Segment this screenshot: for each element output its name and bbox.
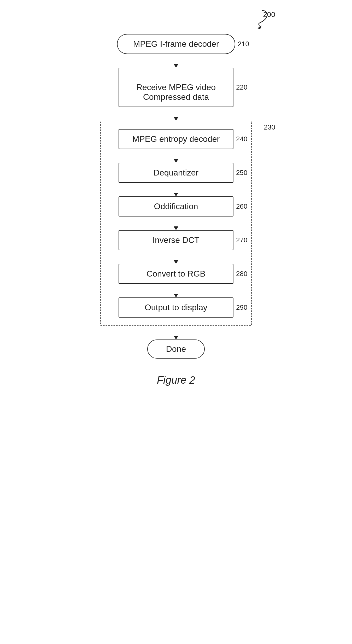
arrow-idct-to-rgb [174, 250, 178, 264]
arrow-rgb-to-output [174, 284, 178, 297]
output-display-label: Output to display [145, 303, 207, 312]
done-label: Done [166, 344, 186, 354]
convert-rgb-wrapper: Convert to RGB 280 [119, 264, 233, 284]
figure-caption: Figure 2 [157, 374, 195, 386]
mpeg-decoder-wrapper: MPEG I-frame decoder 210 [117, 34, 235, 54]
entropy-box: MPEG entropy decoder [119, 129, 233, 149]
diagram-container: 200 MPEG I-frame decoder 210 Receive MPE… [58, 10, 294, 386]
arrow-decoder-to-receive [174, 54, 178, 68]
convert-rgb-label: Convert to RGB [146, 269, 206, 278]
oddification-label: Oddification [154, 202, 198, 211]
inverse-dct-wrapper: Inverse DCT 270 [119, 230, 233, 250]
entropy-label: MPEG entropy decoder [132, 134, 220, 144]
ref-200-label: 200 [263, 10, 275, 19]
convert-rgb-box: Convert to RGB [119, 264, 233, 284]
ref-290-label: 290 [236, 303, 247, 312]
entropy-wrapper: MPEG entropy decoder 240 [119, 129, 233, 149]
arrow-entropy-to-dequant [174, 149, 178, 163]
ref-270-label: 270 [236, 236, 247, 244]
dequantizer-box: Dequantizer [119, 163, 233, 183]
arrow-oddif-to-idct [174, 216, 178, 230]
output-display-wrapper: Output to display 290 [119, 297, 233, 318]
output-display-box: Output to display [119, 297, 233, 318]
ref-250-label: 250 [236, 169, 247, 177]
inverse-dct-label: Inverse DCT [152, 235, 200, 245]
oddification-box: Oddification [119, 196, 233, 216]
arrow-output-to-done [174, 326, 178, 339]
dequantizer-label: Dequantizer [154, 168, 199, 177]
ref-240-label: 240 [236, 135, 247, 143]
done-box: Done [147, 339, 205, 359]
arrow-dequant-to-oddif [174, 183, 178, 196]
receive-box: Receive MPEG video Compressed data [119, 68, 233, 107]
mpeg-decoder-box: MPEG I-frame decoder [117, 34, 235, 54]
receive-wrapper: Receive MPEG video Compressed data 220 [119, 68, 233, 107]
inverse-dct-box: Inverse DCT [119, 230, 233, 250]
ref-210-label: 210 [238, 40, 249, 48]
dashed-group: MPEG entropy decoder 240 Dequantizer 250 [100, 121, 252, 326]
ref-230-label: 230 [264, 123, 275, 131]
dequantizer-wrapper: Dequantizer 250 [119, 163, 233, 183]
dashed-group-wrapper: MPEG entropy decoder 240 Dequantizer 250 [100, 121, 252, 326]
ref-280-label: 280 [236, 270, 247, 278]
arrow-receive-to-dashed [174, 107, 178, 121]
receive-label: Receive MPEG video Compressed data [136, 83, 216, 102]
oddification-wrapper: Oddification 260 [119, 196, 233, 216]
ref-260-label: 260 [236, 202, 247, 210]
mpeg-decoder-label: MPEG I-frame decoder [133, 39, 219, 49]
ref-220-label: 220 [236, 83, 247, 91]
